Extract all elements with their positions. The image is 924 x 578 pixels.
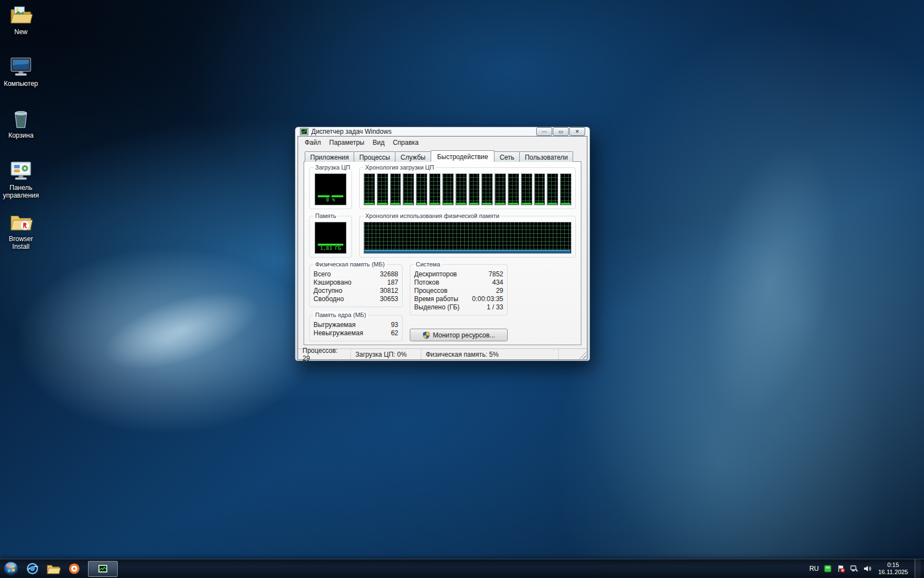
stat-label: Дескрипторов [414, 270, 457, 279]
stat-label: Процессов [414, 287, 448, 295]
cpu-core-history-graph [442, 173, 454, 205]
menu-options[interactable]: Параметры [326, 138, 369, 148]
stat-value: 30812 [380, 287, 398, 295]
stat-value: 434 [492, 279, 503, 287]
tab-processes[interactable]: Процессы [354, 151, 395, 162]
memory-history-graph [364, 222, 571, 254]
cpu-core-history-graph [416, 173, 427, 205]
cpu-core-history-graph [390, 173, 402, 205]
show-desktop-button[interactable] [915, 559, 921, 578]
taskbar-explorer-icon[interactable] [43, 559, 64, 578]
volume-icon[interactable] [863, 564, 872, 573]
stat-value: 30653 [380, 295, 398, 303]
desktop-icon-label: Browser Install [1, 235, 41, 250]
stat-label: Свободно [314, 295, 344, 303]
stat-row: Свободно30653 [314, 295, 398, 303]
action-center-flag-icon[interactable] [837, 564, 845, 573]
window-client-area: Файл Параметры Вид Справка Приложения Пр… [298, 136, 587, 360]
stat-value: 187 [387, 279, 398, 287]
resource-monitor-label: Монитор ресурсов... [433, 331, 495, 339]
cpu-core-history-graph [560, 173, 571, 205]
cpu-core-history-graph [534, 173, 546, 205]
taskbar-clock[interactable]: 0:15 16.11.2025 [876, 561, 910, 576]
taskbar: RU 0:15 16.11.2025 [0, 559, 924, 578]
stat-row: Выгружаемая93 [314, 321, 398, 329]
stat-row: Процессов29 [414, 287, 503, 295]
window-title: Диспетчер задач Windows [311, 128, 536, 135]
desktop-icon-control-panel[interactable]: Панель управления [1, 159, 41, 199]
cpu-history-label: Хронология загрузки ЦП [364, 164, 436, 171]
stat-row: Потоков434 [414, 279, 503, 287]
stat-row: Невыгружаемая62 [314, 329, 398, 337]
menu-bar: Файл Параметры Вид Справка [298, 137, 587, 148]
status-processes: Процессов: 29 [298, 349, 351, 359]
cpu-core-history-graph [547, 173, 558, 205]
tab-performance[interactable]: Быстродействие [431, 150, 495, 162]
tab-applications[interactable]: Приложения [305, 151, 354, 162]
cpu-core-history-graph [469, 173, 480, 205]
cpu-core-history-graph [364, 173, 375, 205]
memory-history-label: Хронология использования физической памя… [364, 212, 501, 219]
kernel-memory-group: Память ядра (МБ) Выгружаемая93 Невыгружа… [309, 315, 403, 341]
recycle-bin-icon [9, 107, 32, 130]
taskbar-task-manager-button[interactable] [88, 561, 118, 577]
language-indicator[interactable]: RU [809, 565, 818, 572]
stat-value: 93 [391, 321, 398, 329]
stat-value: 32688 [380, 270, 398, 279]
system-group: Система Дескрипторов7852 Потоков434 Проц… [410, 264, 508, 315]
start-button[interactable] [0, 559, 22, 578]
memory-history-group: Хронология использования физической памя… [359, 216, 576, 258]
tab-users[interactable]: Пользователи [519, 151, 573, 162]
close-button[interactable]: ✕ [569, 127, 585, 136]
desktop-icon-new[interactable]: New [1, 3, 41, 36]
windows-orb-icon [3, 560, 19, 577]
cpu-usage-value: 0 % [318, 197, 343, 204]
status-bar: Процессов: 29 Загрузка ЦП: 0% Физическая… [298, 348, 587, 359]
uac-shield-icon [422, 331, 430, 339]
minimize-button[interactable]: — [536, 127, 552, 136]
maximize-button[interactable]: ▭ [553, 127, 569, 136]
cpu-usage-group: Загрузка ЦП 0 % [309, 167, 352, 209]
computer-icon [9, 55, 32, 78]
stat-label: Время работы [414, 295, 458, 303]
memory-usage-label: Память [314, 212, 338, 219]
kernel-memory-title: Память ядра (МБ) [314, 312, 368, 318]
stat-value: 29 [496, 287, 503, 295]
stat-label: Выгружаемая [314, 321, 355, 329]
stat-row: Кэшировано187 [314, 279, 398, 287]
green-status-icon[interactable] [823, 564, 832, 573]
taskbar-ie-icon[interactable] [22, 559, 43, 578]
resource-monitor-button[interactable]: Монитор ресурсов... [410, 329, 508, 341]
menu-view[interactable]: Вид [369, 138, 388, 148]
resize-grip[interactable] [579, 352, 586, 359]
browser-install-folder-icon [9, 210, 32, 233]
cpu-core-history-graph [508, 173, 519, 205]
desktop-icon-recycle-bin[interactable]: Корзина [1, 107, 41, 139]
menu-help[interactable]: Справка [389, 138, 422, 148]
status-cpu: Загрузка ЦП: 0% [351, 349, 421, 359]
desktop-icon-computer[interactable]: Компьютер [1, 55, 41, 88]
cpu-usage-label: Загрузка ЦП [314, 164, 352, 171]
taskbar-media-player-icon[interactable] [64, 559, 85, 578]
stat-row: Доступно30812 [314, 287, 398, 295]
stat-label: Невыгружаемая [314, 329, 363, 337]
stat-row: Дескрипторов7852 [414, 270, 503, 279]
tab-services[interactable]: Службы [395, 151, 431, 162]
cpu-usage-meter: 0 % [315, 173, 346, 205]
title-bar[interactable]: Диспетчер задач Windows — ▭ ✕ [298, 127, 587, 136]
folder-photo-icon [9, 3, 32, 26]
cpu-history-group: Хронология загрузки ЦП [359, 167, 576, 209]
network-icon[interactable] [850, 564, 859, 573]
cpu-core-history-graph [455, 173, 467, 205]
stat-row: Время работы0:00:03:35 [414, 295, 503, 303]
control-panel-icon [9, 159, 32, 182]
stat-label: Кэшировано [314, 279, 351, 287]
task-manager-icon [97, 563, 108, 574]
desktop-icon-browser-install[interactable]: Browser Install [1, 210, 41, 250]
cpu-history-graphs [364, 173, 571, 205]
stat-value: 62 [391, 329, 398, 337]
tab-network[interactable]: Сеть [494, 151, 520, 162]
menu-file[interactable]: Файл [301, 138, 325, 148]
clock-date: 16.11.2025 [878, 569, 908, 576]
stat-label: Всего [314, 270, 331, 279]
